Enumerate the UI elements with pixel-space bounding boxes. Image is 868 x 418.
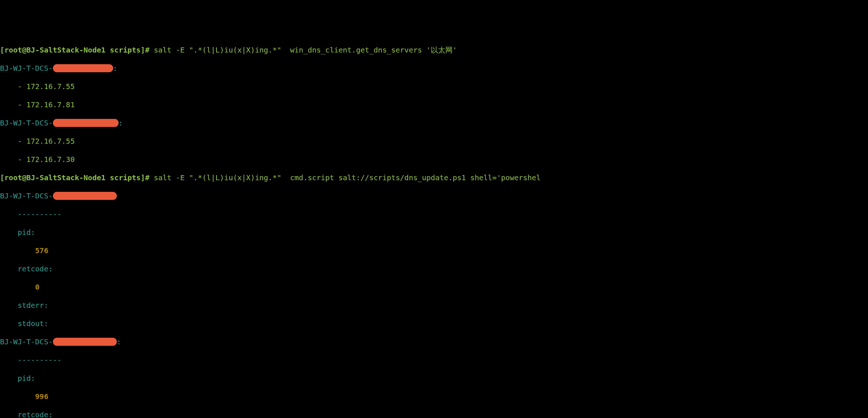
hostname: BJ-SaltStack-Node1 [26,173,105,182]
cwd: scripts [110,46,141,54]
bracket-open: [ [0,173,4,182]
stderr-label: stderr: [0,301,868,310]
redaction-marker [53,119,119,127]
cwd: scripts [110,173,141,182]
minion-colon: : [113,64,118,73]
at-sign: @ [22,46,26,54]
bracket-close: ] [141,173,145,182]
minion-id-prefix: BJ-WJ-T-DCS- [0,191,53,200]
minion-line: BJ-WJ-T-DCS-: [0,64,868,73]
command-text: salt -E ".*(l|L)iu(x|X)ing.*" cmd.script… [154,173,541,182]
minion-colon: : [117,337,121,346]
pid-label: pid: [0,374,868,383]
pid-label: pid: [0,228,868,237]
prompt-line-2: [root@BJ-SaltStack-Node1 scripts]# salt … [0,173,868,182]
redaction-marker [53,192,117,200]
minion-line: BJ-WJ-T-DCS-: [0,119,868,128]
prompt-sigil: # [145,173,154,182]
dashes-separator: ---------- [0,210,868,219]
command-text: salt -E ".*(l|L)iu(x|X)ing.*" win_dns_cl… [154,46,457,54]
dns-entry: - 172.16.7.55 [0,82,868,91]
terminal-output[interactable]: [root@BJ-SaltStack-Node1 scripts]# salt … [0,36,868,418]
minion-id-prefix: BJ-WJ-T-DCS- [0,337,53,346]
retcode-value: 0 [0,283,868,292]
prompt-line-1: [root@BJ-SaltStack-Node1 scripts]# salt … [0,46,868,55]
redaction-marker [53,64,113,72]
dns-entry: - 172.16.7.81 [0,100,868,109]
minion-line: BJ-WJ-T-DCS- [0,191,868,201]
dashes-separator: ---------- [0,356,868,365]
bracket-open: [ [0,46,4,54]
minion-line: BJ-WJ-T-DCS-: [0,337,868,347]
minion-id-prefix: BJ-WJ-T-DCS- [0,119,53,127]
pid-value: 996 [0,392,868,401]
dns-entry: - 172.16.7.55 [0,137,868,146]
stdout-label: stdout: [0,319,868,328]
at-sign: @ [22,173,26,182]
prompt-sigil: # [145,46,154,54]
bracket-close: ] [141,46,145,54]
retcode-label: retcode: [0,264,868,274]
retcode-label: retcode: [0,410,868,418]
redaction-marker [53,338,117,346]
minion-id-prefix: BJ-WJ-T-DCS- [0,64,53,73]
username: root [4,46,22,54]
username: root [4,173,22,182]
pid-value: 576 [0,246,868,255]
dns-entry: - 172.16.7.30 [0,155,868,164]
hostname: BJ-SaltStack-Node1 [26,46,105,54]
minion-colon: : [119,119,123,127]
